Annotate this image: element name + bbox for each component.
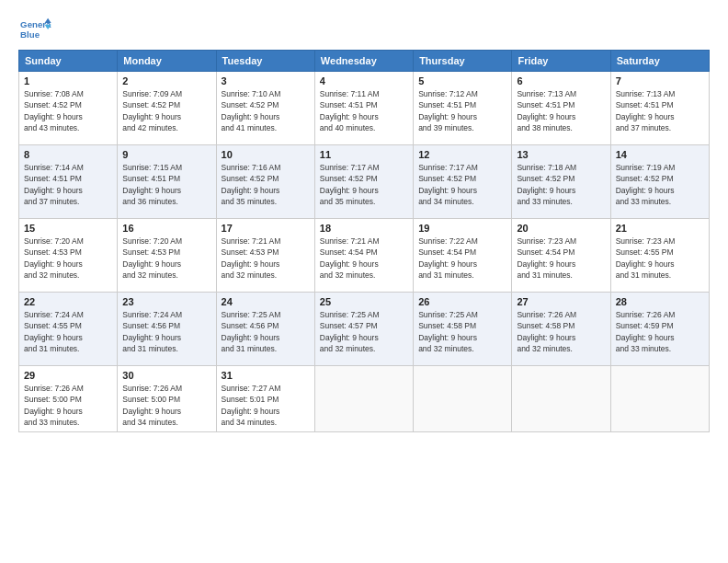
- day-info: Sunrise: 7:15 AMSunset: 4:51 PMDaylight:…: [122, 162, 210, 207]
- calendar-cell: 5Sunrise: 7:12 AMSunset: 4:51 PMDaylight…: [414, 72, 512, 145]
- calendar-cell: 3Sunrise: 7:10 AMSunset: 4:52 PMDaylight…: [216, 72, 314, 145]
- calendar-table: SundayMondayTuesdayWednesdayThursdayFrid…: [18, 50, 710, 432]
- calendar-cell: 12Sunrise: 7:17 AMSunset: 4:52 PMDayligh…: [414, 145, 512, 219]
- day-number: 31: [222, 370, 310, 381]
- calendar-header-row: SundayMondayTuesdayWednesdayThursdayFrid…: [19, 51, 710, 72]
- day-info: Sunrise: 7:21 AMSunset: 4:54 PMDaylight:…: [320, 236, 408, 281]
- calendar-cell: 9Sunrise: 7:15 AMSunset: 4:51 PMDaylight…: [118, 145, 216, 219]
- day-number: 25: [320, 296, 408, 307]
- calendar-cell: 17Sunrise: 7:21 AMSunset: 4:53 PMDayligh…: [216, 219, 314, 293]
- day-number: 20: [517, 223, 605, 234]
- day-info: Sunrise: 7:23 AMSunset: 4:54 PMDaylight:…: [517, 236, 605, 281]
- day-info: Sunrise: 7:19 AMSunset: 4:52 PMDaylight:…: [616, 162, 704, 207]
- day-number: 8: [24, 149, 112, 160]
- day-number: 6: [517, 75, 605, 86]
- calendar-cell: 26Sunrise: 7:25 AMSunset: 4:58 PMDayligh…: [414, 293, 512, 366]
- day-info: Sunrise: 7:09 AMSunset: 4:52 PMDaylight:…: [122, 88, 210, 133]
- calendar-week-2: 8Sunrise: 7:14 AMSunset: 4:51 PMDaylight…: [19, 145, 710, 219]
- day-info: Sunrise: 7:21 AMSunset: 4:53 PMDaylight:…: [222, 236, 310, 281]
- day-info: Sunrise: 7:25 AMSunset: 4:56 PMDaylight:…: [222, 309, 310, 354]
- day-info: Sunrise: 7:08 AMSunset: 4:52 PMDaylight:…: [24, 88, 112, 133]
- logo-icon: General Blue: [18, 17, 51, 44]
- day-number: 7: [616, 75, 704, 86]
- calendar-cell: 11Sunrise: 7:17 AMSunset: 4:52 PMDayligh…: [314, 145, 413, 219]
- calendar-cell: 8Sunrise: 7:14 AMSunset: 4:51 PMDaylight…: [19, 145, 118, 219]
- day-number: 11: [320, 149, 408, 160]
- calendar-week-3: 15Sunrise: 7:20 AMSunset: 4:53 PMDayligh…: [19, 219, 710, 293]
- day-number: 3: [222, 75, 310, 86]
- weekday-header-friday: Friday: [512, 51, 610, 72]
- day-number: 4: [320, 75, 408, 86]
- calendar-cell: 29Sunrise: 7:26 AMSunset: 5:00 PMDayligh…: [19, 366, 118, 432]
- calendar-cell: 14Sunrise: 7:19 AMSunset: 4:52 PMDayligh…: [610, 145, 709, 219]
- day-number: 5: [418, 75, 506, 86]
- page: General Blue SundayMondayTuesdayWednesda…: [0, 0, 728, 563]
- day-number: 19: [418, 223, 506, 234]
- day-info: Sunrise: 7:27 AMSunset: 5:01 PMDaylight:…: [222, 383, 310, 428]
- day-number: 16: [122, 223, 210, 234]
- weekday-header-sunday: Sunday: [19, 51, 118, 72]
- calendar-cell: [610, 366, 709, 432]
- day-number: 23: [122, 296, 210, 307]
- calendar-cell: 21Sunrise: 7:23 AMSunset: 4:55 PMDayligh…: [610, 219, 709, 293]
- calendar-cell: 18Sunrise: 7:21 AMSunset: 4:54 PMDayligh…: [314, 219, 413, 293]
- day-info: Sunrise: 7:14 AMSunset: 4:51 PMDaylight:…: [24, 162, 112, 207]
- weekday-header-monday: Monday: [118, 51, 216, 72]
- day-number: 21: [616, 223, 704, 234]
- calendar-cell: 19Sunrise: 7:22 AMSunset: 4:54 PMDayligh…: [414, 219, 512, 293]
- day-info: Sunrise: 7:20 AMSunset: 4:53 PMDaylight:…: [122, 236, 210, 281]
- logo: General Blue: [18, 17, 51, 44]
- day-number: 15: [24, 223, 112, 234]
- day-info: Sunrise: 7:13 AMSunset: 4:51 PMDaylight:…: [517, 88, 605, 133]
- calendar-cell: 1Sunrise: 7:08 AMSunset: 4:52 PMDaylight…: [19, 72, 118, 145]
- day-number: 9: [122, 149, 210, 160]
- day-info: Sunrise: 7:22 AMSunset: 4:54 PMDaylight:…: [418, 236, 506, 281]
- weekday-header-wednesday: Wednesday: [314, 51, 413, 72]
- day-number: 12: [418, 149, 506, 160]
- day-number: 2: [122, 75, 210, 86]
- calendar-cell: 13Sunrise: 7:18 AMSunset: 4:52 PMDayligh…: [512, 145, 610, 219]
- calendar-cell: 27Sunrise: 7:26 AMSunset: 4:58 PMDayligh…: [512, 293, 610, 366]
- day-info: Sunrise: 7:12 AMSunset: 4:51 PMDaylight:…: [418, 88, 506, 133]
- calendar-cell: 24Sunrise: 7:25 AMSunset: 4:56 PMDayligh…: [216, 293, 314, 366]
- day-info: Sunrise: 7:20 AMSunset: 4:53 PMDaylight:…: [24, 236, 112, 281]
- day-info: Sunrise: 7:13 AMSunset: 4:51 PMDaylight:…: [616, 88, 704, 133]
- day-info: Sunrise: 7:17 AMSunset: 4:52 PMDaylight:…: [320, 162, 408, 207]
- day-number: 18: [320, 223, 408, 234]
- day-info: Sunrise: 7:18 AMSunset: 4:52 PMDaylight:…: [517, 162, 605, 207]
- calendar-cell: 23Sunrise: 7:24 AMSunset: 4:56 PMDayligh…: [118, 293, 216, 366]
- day-number: 22: [24, 296, 112, 307]
- day-number: 14: [616, 149, 704, 160]
- calendar-cell: 2Sunrise: 7:09 AMSunset: 4:52 PMDaylight…: [118, 72, 216, 145]
- calendar-cell: [414, 366, 512, 432]
- day-info: Sunrise: 7:26 AMSunset: 4:59 PMDaylight:…: [616, 309, 704, 354]
- day-info: Sunrise: 7:10 AMSunset: 4:52 PMDaylight:…: [222, 88, 310, 133]
- day-info: Sunrise: 7:24 AMSunset: 4:55 PMDaylight:…: [24, 309, 112, 354]
- day-info: Sunrise: 7:11 AMSunset: 4:51 PMDaylight:…: [320, 88, 408, 133]
- calendar-cell: 30Sunrise: 7:26 AMSunset: 5:00 PMDayligh…: [118, 366, 216, 432]
- calendar-cell: 10Sunrise: 7:16 AMSunset: 4:52 PMDayligh…: [216, 145, 314, 219]
- svg-text:Blue: Blue: [20, 29, 40, 40]
- day-info: Sunrise: 7:25 AMSunset: 4:57 PMDaylight:…: [320, 309, 408, 354]
- calendar-cell: 31Sunrise: 7:27 AMSunset: 5:01 PMDayligh…: [216, 366, 314, 432]
- calendar-cell: [512, 366, 610, 432]
- calendar-cell: 16Sunrise: 7:20 AMSunset: 4:53 PMDayligh…: [118, 219, 216, 293]
- calendar-cell: 15Sunrise: 7:20 AMSunset: 4:53 PMDayligh…: [19, 219, 118, 293]
- day-number: 29: [24, 370, 112, 381]
- calendar-week-5: 29Sunrise: 7:26 AMSunset: 5:00 PMDayligh…: [19, 366, 710, 432]
- day-info: Sunrise: 7:23 AMSunset: 4:55 PMDaylight:…: [616, 236, 704, 281]
- day-number: 27: [517, 296, 605, 307]
- calendar-cell: 20Sunrise: 7:23 AMSunset: 4:54 PMDayligh…: [512, 219, 610, 293]
- day-number: 30: [122, 370, 210, 381]
- day-info: Sunrise: 7:16 AMSunset: 4:52 PMDaylight:…: [222, 162, 310, 207]
- weekday-header-saturday: Saturday: [610, 51, 709, 72]
- day-number: 10: [222, 149, 310, 160]
- day-number: 26: [418, 296, 506, 307]
- day-number: 28: [616, 296, 704, 307]
- day-number: 17: [222, 223, 310, 234]
- weekday-header-tuesday: Tuesday: [216, 51, 314, 72]
- day-number: 1: [24, 75, 112, 86]
- calendar-cell: 6Sunrise: 7:13 AMSunset: 4:51 PMDaylight…: [512, 72, 610, 145]
- calendar-cell: 28Sunrise: 7:26 AMSunset: 4:59 PMDayligh…: [610, 293, 709, 366]
- day-info: Sunrise: 7:26 AMSunset: 5:00 PMDaylight:…: [122, 383, 210, 428]
